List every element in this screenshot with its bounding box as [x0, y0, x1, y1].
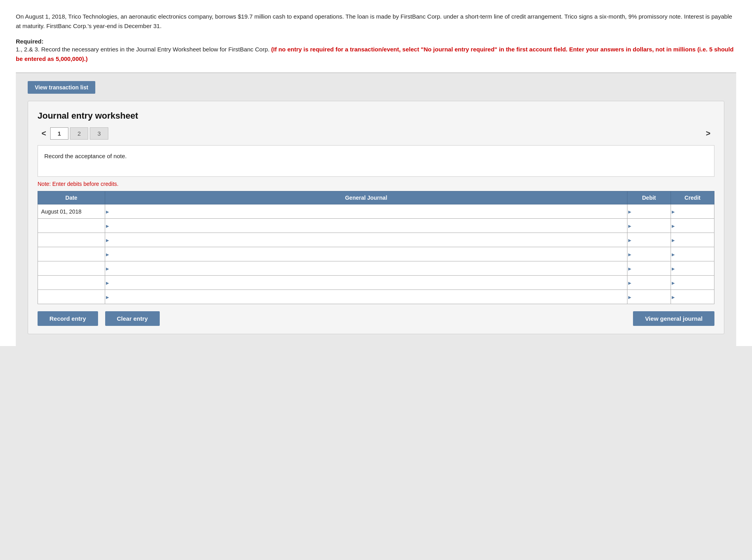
debit-cell-2[interactable]: [627, 219, 671, 233]
journal-input-7[interactable]: [105, 290, 627, 304]
debit-credit-note: Note: Enter debits before credits.: [38, 181, 714, 187]
journal-cell-3[interactable]: [105, 233, 627, 247]
journal-input-6[interactable]: [105, 276, 627, 289]
journal-cell-5[interactable]: [105, 261, 627, 276]
tab-next-arrow[interactable]: >: [702, 127, 714, 140]
date-cell-1: August 01, 2018: [38, 204, 105, 219]
credit-cell-5[interactable]: [671, 261, 714, 276]
debit-input-3[interactable]: [627, 233, 671, 247]
clear-entry-button[interactable]: Clear entry: [105, 311, 160, 326]
debit-input-1[interactable]: [627, 204, 671, 218]
journal-cell-6[interactable]: [105, 276, 627, 290]
table-row: [38, 276, 714, 290]
credit-cell-7[interactable]: [671, 290, 714, 304]
journal-input-5[interactable]: [105, 261, 627, 275]
table-row: August 01, 2018: [38, 204, 714, 219]
journal-input-4[interactable]: [105, 247, 627, 261]
date-cell-6: [38, 276, 105, 290]
credit-cell-4[interactable]: [671, 247, 714, 261]
debit-input-4[interactable]: [627, 247, 671, 261]
journal-cell-1[interactable]: [105, 204, 627, 219]
debit-cell-5[interactable]: [627, 261, 671, 276]
credit-cell-3[interactable]: [671, 233, 714, 247]
date-cell-7: [38, 290, 105, 304]
debit-input-5[interactable]: [627, 261, 671, 275]
journal-card: Journal entry worksheet < 1 2 3 > Record…: [28, 101, 724, 334]
header-debit: Debit: [627, 191, 671, 204]
debit-input-2[interactable]: [627, 219, 671, 233]
tab-prev-arrow[interactable]: <: [38, 127, 50, 140]
header-date: Date: [38, 191, 105, 204]
debit-cell-1[interactable]: [627, 204, 671, 219]
debit-cell-3[interactable]: [627, 233, 671, 247]
credit-input-7[interactable]: [671, 290, 714, 304]
debit-input-6[interactable]: [627, 276, 671, 289]
credit-input-5[interactable]: [671, 261, 714, 275]
required-label: Required:: [16, 38, 43, 45]
journal-cell-2[interactable]: [105, 219, 627, 233]
table-row: [38, 219, 714, 233]
credit-input-3[interactable]: [671, 233, 714, 247]
credit-cell-6[interactable]: [671, 276, 714, 290]
record-entry-button[interactable]: Record entry: [38, 311, 98, 326]
date-cell-5: [38, 261, 105, 276]
table-row: [38, 261, 714, 276]
journal-input-3[interactable]: [105, 233, 627, 247]
tab-2[interactable]: 2: [70, 127, 88, 140]
worksheet-container: View transaction list Journal entry work…: [16, 73, 736, 346]
header-credit: Credit: [671, 191, 714, 204]
date-cell-2: [38, 219, 105, 233]
table-row: [38, 247, 714, 261]
tab-navigation: < 1 2 3 >: [38, 127, 714, 140]
table-row: [38, 290, 714, 304]
journal-input-1[interactable]: [105, 204, 627, 218]
view-general-journal-button[interactable]: View general journal: [633, 311, 714, 326]
credit-cell-1[interactable]: [671, 204, 714, 219]
credit-input-2[interactable]: [671, 219, 714, 233]
credit-cell-2[interactable]: [671, 219, 714, 233]
debit-cell-7[interactable]: [627, 290, 671, 304]
view-transaction-button[interactable]: View transaction list: [28, 81, 95, 94]
table-row: [38, 233, 714, 247]
required-instructions-plain: 1., 2.& 3. Record the necessary entries …: [16, 46, 271, 53]
debit-input-7[interactable]: [627, 290, 671, 304]
date-cell-4: [38, 247, 105, 261]
journal-title: Journal entry worksheet: [38, 111, 714, 121]
credit-input-1[interactable]: [671, 204, 714, 218]
journal-cell-7[interactable]: [105, 290, 627, 304]
action-buttons-row: Record entry Clear entry View general jo…: [38, 311, 714, 326]
date-cell-3: [38, 233, 105, 247]
journal-cell-4[interactable]: [105, 247, 627, 261]
intro-paragraph: On August 1, 2018, Trico Technologies, a…: [16, 12, 736, 31]
debit-cell-4[interactable]: [627, 247, 671, 261]
header-general-journal: General Journal: [105, 191, 627, 204]
debit-cell-6[interactable]: [627, 276, 671, 290]
tab-3[interactable]: 3: [90, 127, 108, 140]
journal-input-2[interactable]: [105, 219, 627, 233]
credit-input-6[interactable]: [671, 276, 714, 289]
journal-table: Date General Journal Debit Credit August…: [38, 191, 714, 304]
credit-input-4[interactable]: [671, 247, 714, 261]
transaction-description: Record the acceptance of note.: [38, 145, 714, 177]
tab-1[interactable]: 1: [50, 127, 68, 140]
